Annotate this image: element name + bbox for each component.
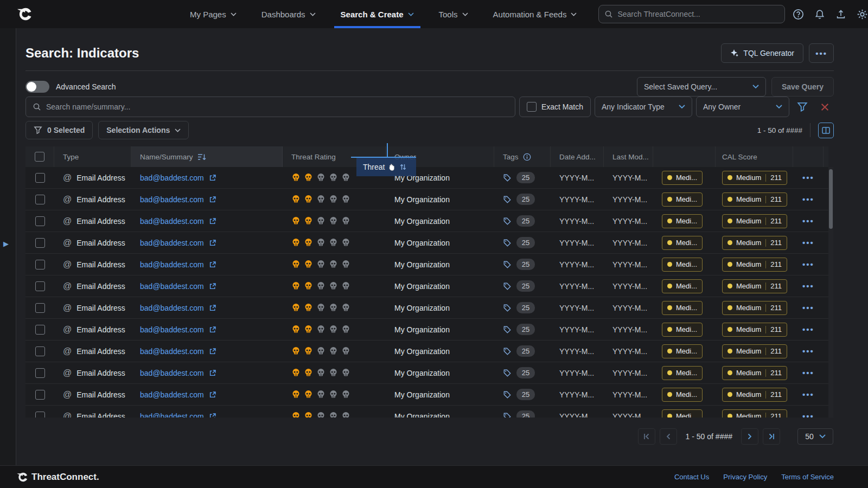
external-link-icon[interactable] (209, 369, 216, 377)
scrollbar-thumb[interactable] (829, 169, 833, 229)
row-menu-button[interactable]: ••• (802, 368, 814, 377)
table-scrollbar[interactable] (828, 167, 833, 418)
row-menu-button[interactable]: ••• (802, 173, 814, 182)
settings-gear-icon[interactable] (857, 9, 868, 20)
row-menu-button[interactable]: ••• (802, 216, 814, 226)
indicator-link[interactable]: bad@baddest.com (140, 325, 204, 334)
selected-count-button[interactable]: 0 Selected (25, 121, 93, 139)
tag-count-badge[interactable]: 25 (516, 389, 535, 400)
row-checkbox[interactable] (35, 412, 45, 418)
tag-count-badge[interactable]: 25 (516, 237, 535, 248)
row-checkbox[interactable] (35, 260, 45, 269)
nav-tools[interactable]: Tools (439, 0, 468, 28)
col-header-date-added[interactable]: Date Add... (551, 146, 604, 167)
indicator-link[interactable]: bad@baddest.com (140, 369, 204, 377)
page-more-actions-button[interactable]: ••• (809, 43, 834, 63)
external-link-icon[interactable] (209, 196, 216, 203)
tql-generator-button[interactable]: TQL Generator (721, 43, 803, 63)
row-menu-button[interactable]: ••• (802, 346, 814, 356)
page-size-select[interactable]: 50 (797, 428, 833, 445)
indicator-link[interactable]: bad@baddest.com (140, 282, 204, 291)
row-checkbox[interactable] (35, 325, 45, 335)
row-menu-button[interactable]: ••• (802, 390, 814, 399)
col-header-type[interactable]: Type (54, 146, 131, 167)
tag-count-badge[interactable]: 25 (516, 215, 535, 227)
split-view-toggle-icon[interactable] (818, 123, 834, 138)
external-link-icon[interactable] (209, 174, 216, 182)
col-header-last-modified[interactable]: Last Mod... (604, 146, 653, 167)
row-menu-button[interactable]: ••• (802, 325, 814, 334)
row-checkbox[interactable] (35, 238, 45, 248)
first-page-button[interactable] (638, 428, 655, 445)
row-menu-button[interactable]: ••• (802, 412, 814, 418)
saved-query-select[interactable]: Select Saved Query... (637, 77, 766, 97)
row-checkbox[interactable] (35, 303, 45, 313)
row-checkbox[interactable] (35, 173, 45, 183)
tag-count-badge[interactable]: 25 (516, 259, 535, 270)
nav-my-pages[interactable]: My Pages (190, 0, 237, 28)
row-checkbox[interactable] (35, 390, 45, 400)
external-link-icon[interactable] (209, 391, 216, 399)
global-search-input[interactable] (617, 10, 779, 18)
filter-funnel-button[interactable] (793, 97, 812, 117)
external-link-icon[interactable] (209, 239, 216, 247)
footer-link-contact-us[interactable]: Contact Us (674, 473, 709, 481)
col-header-cal-score[interactable]: CAL Score (716, 146, 793, 167)
tag-count-badge[interactable]: 25 (516, 345, 535, 357)
row-checkbox[interactable] (35, 346, 45, 356)
indicator-link[interactable]: bad@baddest.com (140, 217, 204, 226)
sort-descending-icon[interactable] (197, 153, 207, 160)
col-header-score[interactable] (653, 146, 716, 167)
external-link-icon[interactable] (209, 413, 216, 418)
external-link-icon[interactable] (209, 326, 216, 333)
col-header-tags[interactable]: Tags (494, 146, 551, 167)
indicator-link[interactable]: bad@baddest.com (140, 174, 204, 182)
col-header-name-summary[interactable]: Name/Summary (131, 146, 283, 167)
indicator-link[interactable]: bad@baddest.com (140, 239, 204, 247)
nav-automation-feeds[interactable]: Automation & Feeds (493, 0, 577, 28)
row-menu-button[interactable]: ••• (802, 281, 814, 291)
row-checkbox[interactable] (35, 216, 45, 226)
row-menu-button[interactable]: ••• (802, 303, 814, 312)
last-page-button[interactable] (763, 428, 780, 445)
export-upload-icon[interactable] (835, 9, 846, 20)
info-icon[interactable] (523, 153, 531, 161)
footer-link-terms-of-service[interactable]: Terms of Service (781, 473, 834, 481)
indicator-link[interactable]: bad@baddest.com (140, 260, 204, 269)
selection-actions-button[interactable]: Selection Actions (98, 121, 189, 139)
tag-count-badge[interactable]: 25 (516, 280, 535, 292)
threatconnect-logo-icon[interactable] (16, 6, 33, 22)
indicator-link[interactable]: bad@baddest.com (140, 390, 204, 399)
tag-count-badge[interactable]: 25 (516, 302, 535, 313)
nav-dashboards[interactable]: Dashboards (261, 0, 316, 28)
select-all-checkbox[interactable] (35, 152, 44, 162)
indicator-search-input[interactable] (46, 102, 508, 111)
exact-match-checkbox[interactable] (527, 102, 537, 112)
indicator-link[interactable]: bad@baddest.com (140, 195, 204, 204)
footer-link-privacy-policy[interactable]: Privacy Policy (723, 473, 767, 481)
row-menu-button[interactable]: ••• (802, 260, 814, 269)
row-menu-button[interactable]: ••• (802, 195, 814, 204)
tag-count-badge[interactable]: 25 (516, 194, 535, 205)
notifications-bell-icon[interactable] (814, 9, 825, 20)
clear-filters-icon[interactable] (815, 97, 834, 117)
row-checkbox[interactable] (35, 195, 45, 204)
external-link-icon[interactable] (209, 348, 216, 355)
owner-select[interactable]: Any Owner (696, 97, 789, 117)
indicator-link[interactable]: bad@baddest.com (140, 304, 204, 312)
external-link-icon[interactable] (209, 282, 216, 290)
indicator-link[interactable]: bad@baddest.com (140, 347, 204, 356)
nav-search-create[interactable]: Search & Create (341, 0, 414, 28)
save-query-button[interactable]: Save Query (771, 77, 834, 97)
tag-count-badge[interactable]: 25 (516, 367, 535, 378)
tag-count-badge[interactable]: 25 (516, 324, 535, 335)
previous-page-button[interactable] (660, 428, 677, 445)
external-link-icon[interactable] (209, 217, 216, 225)
external-link-icon[interactable] (209, 261, 216, 268)
expand-sidebar-icon[interactable]: ▶ (3, 240, 9, 248)
row-menu-button[interactable]: ••• (802, 238, 814, 247)
external-link-icon[interactable] (209, 304, 216, 312)
help-icon[interactable] (793, 9, 804, 20)
row-checkbox[interactable] (35, 281, 45, 291)
tag-count-badge[interactable]: 25 (516, 410, 535, 418)
